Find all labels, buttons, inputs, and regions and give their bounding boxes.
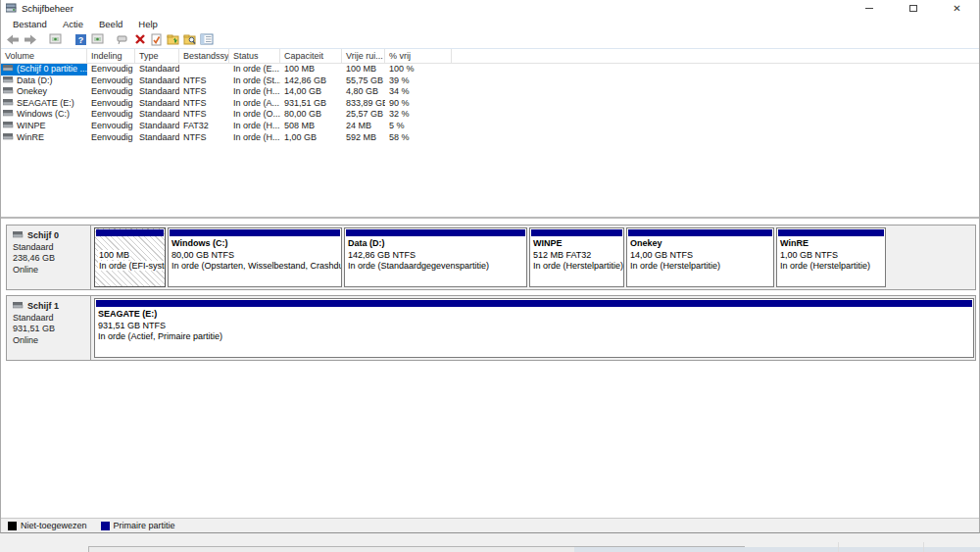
partition-title: Onekey (630, 238, 770, 250)
table-row[interactable]: Data (D:)EenvoudigStandaardNTFSIn orde (… (1, 75, 979, 87)
cell-pct_vrij: 34 % (385, 86, 452, 98)
cell-vrije_ruimte: 833,89 GB (342, 98, 385, 110)
column-header-7[interactable]: % vrij (385, 49, 452, 64)
svg-text:?: ? (78, 35, 84, 45)
cell-vrije_ruimte: 4,80 GB (342, 86, 385, 98)
column-header-0[interactable]: Volume (1, 49, 87, 64)
maximize-button[interactable] (891, 0, 935, 17)
cell-volume: Onekey (1, 86, 87, 98)
partition-title: WINPE (533, 238, 620, 250)
close-button[interactable]: ✕ (935, 0, 979, 17)
delete-icon[interactable] (131, 32, 148, 47)
column-header-3[interactable]: Bestandssys... (179, 49, 229, 64)
cell-pct_vrij: 39 % (385, 75, 452, 87)
table-row[interactable]: WinREEenvoudigStandaardNTFSIn orde (H...… (1, 132, 979, 144)
folder-explore-icon[interactable] (181, 32, 198, 47)
cell-fs: NTFS (179, 75, 229, 87)
legend-swatch (8, 522, 17, 530)
partition-status-line: In orde (Herstelpartitie) (630, 261, 770, 273)
cell-vrije_ruimte: 55,75 GB (342, 75, 385, 87)
partition-winpe[interactable]: WINPE512 MB FAT32In orde (Herstelpartiti… (529, 227, 624, 287)
cell-pct_vrij: 58 % (385, 132, 452, 144)
partition-type-bar (628, 229, 772, 236)
cell-vrije_ruimte: 100 MB (342, 64, 385, 75)
cell-pct_vrij: 90 % (385, 98, 452, 110)
task-check-icon[interactable] (148, 32, 165, 47)
cell-status: In orde (H... (229, 121, 280, 132)
partition-text: Data (D:)142,86 GB NTFSIn orde (Standaar… (345, 237, 526, 273)
column-header-4[interactable]: Status (229, 49, 280, 64)
column-header-6[interactable]: Vrije rui... (342, 49, 385, 64)
table-row[interactable]: (Schijf 0 partitie ...EenvoudigStandaard… (1, 64, 979, 75)
menu-actie[interactable]: Actie (55, 19, 91, 29)
partition-size-line: 1,00 GB NTFS (780, 250, 882, 262)
console-window-icon[interactable] (47, 32, 64, 47)
partition-title: WinRE (780, 238, 882, 250)
column-header-1[interactable]: Indeling (87, 49, 135, 64)
volume-drive-icon (3, 132, 14, 144)
folder-open-icon[interactable] (165, 32, 181, 47)
partition-text: 100 MBIn orde (EFI-systee (95, 237, 165, 273)
back-icon[interactable] (5, 32, 22, 47)
table-row[interactable]: OnekeyEenvoudigStandaardNTFSIn orde (H..… (1, 86, 979, 98)
table-row[interactable]: WINPEEenvoudigStandaardFAT32In orde (H..… (1, 121, 979, 132)
background-window-fragment (0, 533, 980, 552)
disk-type: Standaard (13, 242, 90, 254)
partition-size-line: 80,00 GB NTFS (172, 250, 338, 262)
volume-drive-icon (3, 98, 14, 110)
partition-windows[interactable]: Windows (C:)80,00 GB NTFSIn orde (Opstar… (168, 227, 342, 287)
disk-label-panel[interactable]: Schijf 1Standaard931,51 GBOnline (7, 296, 91, 360)
cell-pct_vrij: 100 % (385, 64, 452, 75)
minimize-button[interactable] (847, 0, 891, 17)
details-view-icon[interactable] (198, 32, 215, 47)
cell-type: Standaard (135, 109, 179, 121)
partition-size-line: 100 MB (98, 250, 162, 262)
partition-type-bar (778, 229, 884, 236)
window-controls: ✕ (847, 0, 979, 17)
partition-size-line: 142,86 GB NTFS (348, 250, 523, 262)
column-header-5[interactable]: Capaciteit (280, 49, 342, 64)
menu-bestand[interactable]: Bestand (5, 19, 55, 29)
partition-status-line: In orde (Herstelpartitie) (533, 261, 620, 273)
console-tree-icon[interactable] (89, 32, 106, 47)
partition-title: Data (D:) (348, 238, 523, 250)
volume-name: SEAGATE (E:) (17, 98, 74, 110)
cell-type: Standaard (135, 75, 179, 87)
volume-name: WinRE (17, 132, 44, 144)
table-row[interactable]: Windows (C:)EenvoudigStandaardNTFSIn ord… (1, 109, 979, 121)
help-icon[interactable]: ? (73, 32, 89, 47)
disk-management-window: Schijfbeheer ✕ BestandActieBeeldHelp ? V… (0, 0, 980, 533)
disk-type: Standaard (13, 313, 90, 325)
cell-type: Standaard (135, 98, 179, 110)
cell-volume: Windows (C:) (1, 109, 87, 121)
forward-icon[interactable] (22, 32, 38, 47)
partition-title (98, 238, 162, 250)
partition-onekey[interactable]: Onekey14,00 GB NTFSIn orde (Herstelparti… (626, 227, 774, 287)
cell-capaciteit: 142,86 GB (280, 75, 342, 87)
cell-volume: (Schijf 0 partitie ... (1, 64, 87, 75)
volume-drive-icon (13, 230, 24, 242)
partition-data[interactable]: Data (D:)142,86 GB NTFSIn orde (Standaar… (344, 227, 527, 287)
volume-name: Windows (C:) (17, 109, 70, 121)
cell-vrije_ruimte: 592 MB (342, 132, 385, 144)
cell-type: Standaard (135, 121, 179, 132)
partition-efi[interactable]: 100 MBIn orde (EFI-systee (94, 227, 166, 287)
menu-help[interactable]: Help (130, 19, 166, 29)
menu-beeld[interactable]: Beeld (91, 19, 130, 29)
volume-drive-icon (3, 86, 14, 98)
cell-capaciteit: 508 MB (280, 121, 342, 132)
maximize-icon (909, 5, 917, 12)
table-row[interactable]: SEAGATE (E:)EenvoudigStandaardNTFSIn ord… (1, 98, 979, 110)
disk-label-panel[interactable]: Schijf 0Standaard238,46 GBOnline (7, 226, 91, 289)
partition-winre[interactable]: WinRE1,00 GB NTFSIn orde (Herstelpartiti… (776, 227, 886, 287)
action-pointer-icon[interactable] (115, 32, 131, 47)
partition-seagate[interactable]: SEAGATE (E:)931,51 GB NTFSIn orde (Actie… (94, 298, 974, 358)
column-header-2[interactable]: Type (135, 49, 179, 64)
cell-status: In orde (A... (229, 98, 280, 110)
partition-text: WinRE1,00 GB NTFSIn orde (Herstelpartiti… (777, 237, 885, 273)
cell-indeling: Eenvoudig (87, 121, 135, 132)
cell-status: In orde (H... (229, 132, 280, 144)
cell-type: Standaard (135, 64, 179, 75)
cell-capaciteit: 80,00 GB (280, 109, 342, 121)
cell-volume: Data (D:) (1, 75, 87, 87)
